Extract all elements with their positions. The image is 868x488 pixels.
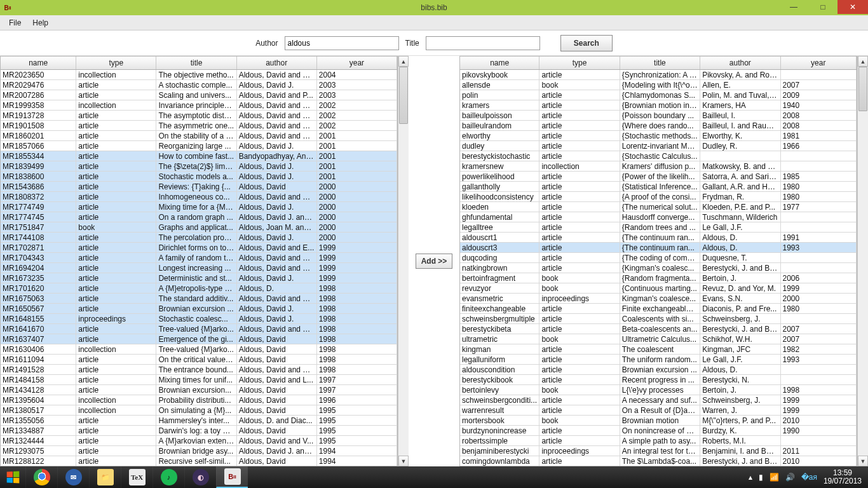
- table-row[interactable]: MR1999358incollectionInvariance principl…: [1, 100, 397, 111]
- taskbar-explorer[interactable]: 📁: [89, 466, 121, 488]
- table-row[interactable]: polinarticle{Chlamydomonas S...Polin, M.…: [460, 90, 857, 100]
- taskbar-chrome[interactable]: [25, 466, 57, 488]
- table-row[interactable]: schweinsbergmultiplearticleCoalescents w…: [460, 314, 857, 324]
- table-row[interactable]: ultrametricbookUltrametric Calculus...Sc…: [460, 334, 857, 344]
- table-row[interactable]: schweinsbergconditi...articleA necessary…: [460, 395, 857, 405]
- table-row[interactable]: MR1744108articleThe percolation proc...A…: [1, 233, 397, 243]
- table-row[interactable]: MR2023650incollectionThe objective metho…: [1, 70, 397, 80]
- tray-show-hidden-icon[interactable]: ▴: [749, 473, 752, 482]
- taskbar-thunderbird[interactable]: ✉: [57, 466, 89, 488]
- table-row[interactable]: berestyckistochasticarticle{Stochastic C…: [460, 151, 857, 161]
- start-button[interactable]: [0, 466, 25, 488]
- taskbar-eclipse[interactable]: ◐: [184, 466, 216, 488]
- scroll-thumb[interactable]: [399, 67, 408, 124]
- column-header-author[interactable]: author: [700, 57, 780, 69]
- tray-network-icon[interactable]: �ая: [801, 473, 817, 482]
- tray-wifi-icon[interactable]: 📶: [770, 473, 779, 482]
- scroll-thumb[interactable]: [858, 67, 867, 111]
- table-row[interactable]: MR1673235articleDeterministic and st...A…: [1, 273, 397, 283]
- taskbar-spotify[interactable]: ♪: [153, 466, 184, 488]
- table-row[interactable]: MR1288122articleRecursive self-simil...A…: [1, 456, 397, 466]
- table-row[interactable]: MR1434128articleBrownian excursion...Ald…: [1, 385, 397, 395]
- table-row[interactable]: MR1611094articleOn the critical value f.…: [1, 355, 397, 365]
- scroll-down-icon[interactable]: ▼: [398, 456, 409, 466]
- table-row[interactable]: legalluniformarticleThe uniform random..…: [460, 355, 857, 365]
- table-row[interactable]: MR1838600articleStochastic models a...Al…: [1, 172, 397, 182]
- table-row[interactable]: finiteexchangeablearticleFinite exchange…: [460, 304, 857, 314]
- table-row[interactable]: bertoinfragmentbook{Random fragmenta...B…: [460, 273, 857, 283]
- table-row[interactable]: likelihoodconsistencyarticle{A proof of …: [460, 192, 857, 202]
- table-row[interactable]: robertssimplearticleA simple path to asy…: [460, 436, 857, 446]
- table-row[interactable]: MR1774745articleOn a random graph ...Ald…: [1, 212, 397, 222]
- menu-help[interactable]: Help: [27, 17, 53, 29]
- table-row[interactable]: MR1630406incollectionTree-valued {M}arko…: [1, 344, 397, 355]
- table-row[interactable]: MR1860201articleOn the stability of a b.…: [1, 131, 397, 141]
- table-row[interactable]: MR1491528articleThe entrance bound...Ald…: [1, 365, 397, 375]
- table-row[interactable]: ghfundamentalarticleHausdorff converge..…: [460, 212, 857, 222]
- column-header-name[interactable]: name: [1, 57, 76, 69]
- table-row[interactable]: natkingbrownarticle{Kingman's coalesc...…: [460, 263, 857, 273]
- table-row[interactable]: MR1293075articleBrownian bridge asy...Al…: [1, 446, 397, 456]
- column-header-author[interactable]: author: [237, 57, 317, 69]
- table-row[interactable]: dudleyarticleLorentz-invariant Mar...Dud…: [460, 141, 857, 151]
- right-scrollbar[interactable]: ▲ ▼: [857, 56, 868, 466]
- table-row[interactable]: MR1702871articleDirichlet forms on tot..…: [1, 243, 397, 253]
- table-row[interactable]: MR1675063articleThe standard additiv...A…: [1, 294, 397, 304]
- scroll-down-icon[interactable]: ▼: [858, 456, 868, 466]
- table-row[interactable]: MR1694204articleLongest increasing ...Al…: [1, 263, 397, 273]
- table-row[interactable]: MR1648155inproceedingsStochastic coalesc…: [1, 314, 397, 324]
- table-row[interactable]: mortersbookbookBrownian motionM{\"o}rter…: [460, 416, 857, 426]
- table-row[interactable]: kloedenarticle{The numerical solut...Klo…: [460, 202, 857, 212]
- menu-file[interactable]: File: [4, 17, 26, 29]
- table-row[interactable]: elworthyarticle{Stochastic methods...Elw…: [460, 131, 857, 141]
- table-row[interactable]: kingmanarticleThe coalescentKingman, JFC…: [460, 344, 857, 355]
- table-row[interactable]: pikovskybookarticle{Synchronization: A u…: [460, 70, 857, 80]
- table-row[interactable]: warrenresultarticleOn a Result of {D}avi…: [460, 405, 857, 416]
- table-row[interactable]: comingdownlambdaarticleThe $\Lambda$-coa…: [460, 456, 857, 466]
- column-header-year[interactable]: year: [781, 57, 857, 69]
- column-header-title[interactable]: title: [156, 57, 236, 69]
- table-row[interactable]: bailleulrandomarticle{Where does rando..…: [460, 121, 857, 131]
- table-row[interactable]: MR1395604incollectionProbability distrib…: [1, 395, 397, 405]
- table-row[interactable]: aldousconditionarticleBrownian excursion…: [460, 365, 857, 375]
- author-input[interactable]: [285, 36, 399, 50]
- table-row[interactable]: aldouscrt1article{The continuum ran...Al…: [460, 233, 857, 243]
- table-row[interactable]: burdzynonincreasearticleOn nonincrease o…: [460, 426, 857, 436]
- table-row[interactable]: allensdebook{Modeling with It{\^o}...All…: [460, 80, 857, 90]
- table-row[interactable]: duqcodingarticle{The coding of comp...Du…: [460, 253, 857, 263]
- tray-battery-icon[interactable]: ▮: [759, 473, 763, 482]
- column-header-name[interactable]: name: [460, 57, 539, 69]
- title-input[interactable]: [426, 36, 540, 50]
- table-row[interactable]: MR1774749articleMixing time for a {M}...…: [1, 202, 397, 212]
- table-row[interactable]: gallanthollyarticle{Statistical Inferenc…: [460, 182, 857, 192]
- table-row[interactable]: MR1701620articleA {M}etropolis-type o...…: [1, 283, 397, 294]
- table-row[interactable]: MR1334887articleDarwin's log: a toy m...…: [1, 426, 397, 436]
- close-button[interactable]: ✕: [837, 0, 868, 14]
- table-row[interactable]: benjaminiberestyckiinproceedingsAn integ…: [460, 446, 857, 456]
- table-row[interactable]: MR1839499articleThe {$\zeta(2)$} limit..…: [1, 161, 397, 172]
- table-row[interactable]: MR1324444articleA {M}arkovian extens...A…: [1, 436, 397, 446]
- table-row[interactable]: powerlikelihoodarticle{Power of the like…: [460, 172, 857, 182]
- table-row[interactable]: MR1857066articleReorganizing large ...Al…: [1, 141, 397, 151]
- column-header-year[interactable]: year: [317, 57, 397, 69]
- column-header-type[interactable]: type: [76, 57, 156, 69]
- table-row[interactable]: MR1913728articleThe asymptotic distri...…: [1, 111, 397, 121]
- tray-volume-icon[interactable]: 🔊: [785, 473, 795, 482]
- table-row[interactable]: MR1543686articleReviews: {T}aking {...Al…: [1, 182, 397, 192]
- minimize-button[interactable]: —: [779, 0, 808, 14]
- table-row[interactable]: kramersarticle{Brownian motion in ...Kra…: [460, 100, 857, 111]
- table-row[interactable]: MR1704343articleA family of random tr...…: [1, 253, 397, 263]
- column-header-type[interactable]: type: [539, 57, 620, 69]
- taskbar-tex[interactable]: TeX: [121, 466, 153, 488]
- add-button[interactable]: Add >>: [416, 254, 453, 269]
- table-row[interactable]: kramersnewincollectionKramers' diffusion…: [460, 161, 857, 172]
- table-row[interactable]: berestyckibookarticleRecent progress in …: [460, 375, 857, 385]
- table-row[interactable]: MR1751847bookGraphs and applicat...Aldou…: [1, 222, 397, 233]
- table-row[interactable]: MR1380517incollectionOn simulating a {M}…: [1, 405, 397, 416]
- column-header-title[interactable]: title: [620, 57, 700, 69]
- scroll-up-icon[interactable]: ▲: [858, 56, 868, 67]
- table-row[interactable]: evansmetricinproceedingsKingman's coales…: [460, 294, 857, 304]
- table-row[interactable]: MR1808372articleInhomogeneous co...Aldou…: [1, 192, 397, 202]
- table-row[interactable]: MR1901508articleThe asymmetric one...Ald…: [1, 121, 397, 131]
- table-row[interactable]: bailleulpoissonarticle{Poisson boundary …: [460, 111, 857, 121]
